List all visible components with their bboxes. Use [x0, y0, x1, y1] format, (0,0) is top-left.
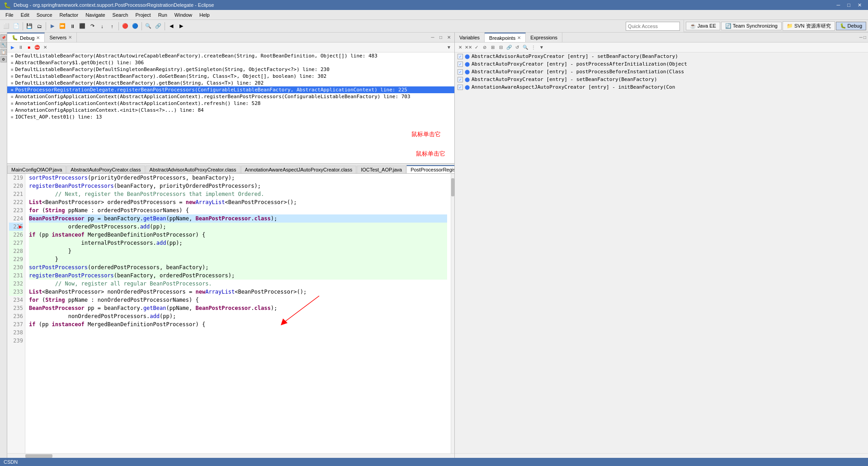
menu-edit[interactable]: Edit [17, 10, 33, 19]
code-hscroll-thumb[interactable] [25, 454, 52, 458]
toolbar-stepout[interactable]: ↑ [108, 22, 117, 31]
stack-frame-0[interactable]: ≡ DefaultListableBeanFactory(AbstractAut… [7, 52, 454, 59]
toolbar-debug[interactable]: ▶ [48, 22, 57, 31]
toolbar-ref[interactable]: 🔗 [154, 22, 163, 31]
editor-tab-0[interactable]: MainConfigOfAOP.java [7, 166, 66, 173]
editor-tab-2[interactable]: AbstractAdvisorAutoProxyCreator.class [146, 166, 241, 173]
bp-check-0[interactable]: ✓ [458, 54, 463, 59]
maximize-button[interactable]: □ [844, 1, 853, 9]
code-hscroll[interactable] [7, 453, 454, 458]
toolbar-suspend[interactable]: ⏸ [68, 22, 77, 31]
side-icon-2[interactable]: 🔧 [0, 42, 7, 48]
tab-debug[interactable]: 🐛 Debug ✕ [7, 33, 45, 42]
stack-frame-6[interactable]: ≡ AnnotationConfigApplicationContext(Abs… [7, 93, 454, 100]
stack-frame-1[interactable]: ≡ AbstractBeanFactory$1.getObject() line… [7, 59, 454, 66]
perspective-debug[interactable]: 🐛 Debug [836, 22, 866, 30]
toolbar-resume[interactable]: ⏩ [58, 22, 67, 31]
side-icon-1[interactable]: 📌 [0, 34, 7, 41]
editor-tab-3[interactable]: AnnotationAwareAspectJAutoProxyCreator.c… [241, 166, 357, 173]
view-options[interactable]: ▼ [445, 44, 453, 51]
menu-navigate[interactable]: Navigate [82, 10, 108, 19]
bp-remove-btn[interactable]: ✕ [457, 44, 464, 51]
toolbar-save[interactable]: 💾 [25, 22, 34, 31]
debug-panel-maximize[interactable]: □ [437, 34, 444, 41]
bp-link-btn[interactable]: 🔗 [505, 44, 513, 51]
bp-entry-2[interactable]: ✓ ⬤ AbstractAutoProxyCreator [entry] - p… [455, 68, 868, 76]
bp-check-3[interactable]: ✓ [458, 77, 463, 82]
toolbar-search[interactable]: 🔍 [144, 22, 153, 31]
stack-frame-2[interactable]: ≡ DefaultListableBeanFactory(DefaultSing… [7, 66, 454, 73]
stack-frame-9[interactable]: ≡ IOCTest_AOP.test01() line: 13 [7, 114, 454, 120]
toolbar-stepinto[interactable]: ↓ [98, 22, 107, 31]
editor-tab-5[interactable]: PostProcessorRegistrationDelegate.class … [406, 165, 454, 173]
tab-variables[interactable]: Variables [455, 33, 485, 42]
breakpoints-tab-close[interactable]: ✕ [517, 35, 521, 40]
toolbar-bp[interactable]: 🔴 [121, 22, 130, 31]
quick-access-input[interactable] [626, 22, 680, 31]
bp-expand-btn[interactable]: ⊟ [497, 44, 505, 51]
bp-sync-btn[interactable]: ↺ [514, 44, 521, 51]
minimize-button[interactable]: ─ [834, 1, 843, 9]
side-icon-3[interactable]: 📋 [0, 49, 7, 55]
menu-refactor[interactable]: Refactor [56, 10, 82, 19]
toolbar-btn-1[interactable]: ⬜ [2, 22, 11, 31]
menu-source[interactable]: Source [33, 10, 56, 19]
bp-check-2[interactable]: ✓ [458, 69, 463, 75]
bp-entry-0[interactable]: ✓ ⬤ AbstractAdvisorAutoProxyCreator [ent… [455, 52, 868, 60]
menu-run[interactable]: Run [155, 10, 171, 19]
code-vscroll[interactable] [451, 174, 454, 453]
menu-search[interactable]: Search [109, 10, 132, 19]
right-panel-minimize[interactable]: ─ [859, 35, 863, 40]
toolbar-stepover[interactable]: ↷ [88, 22, 97, 31]
right-panel-maximize[interactable]: □ [863, 35, 866, 40]
perspective-svn[interactable]: 📁 SVN 资源库研究 [783, 21, 835, 31]
bp-collapse-btn[interactable]: ⊞ [489, 44, 496, 51]
bp-entry-4[interactable]: ✓ ⬤ AnnotationAwareAspectJAutoProxyCreat… [455, 83, 868, 91]
bp-removeall-btn[interactable]: ✕✕ [465, 44, 472, 51]
bp-menu-btn[interactable]: ▼ [538, 44, 545, 51]
editor-tab-4[interactable]: IOCTest_AOP.java [357, 166, 406, 173]
menu-window[interactable]: Window [171, 10, 196, 19]
title-bar-controls[interactable]: ─ □ ✕ [834, 1, 864, 9]
menu-help[interactable]: Help [196, 10, 213, 19]
stack-frame-4[interactable]: ≡ DefaultListableBeanFactory(AbstractBea… [7, 80, 454, 86]
bp-check-4[interactable]: ✓ [458, 85, 463, 90]
remove-btn[interactable]: ✕ [42, 44, 49, 51]
bp-disable-btn[interactable]: ⊘ [481, 44, 488, 51]
suspend-btn[interactable]: ⏸ [17, 44, 24, 51]
close-button[interactable]: ✕ [855, 1, 864, 9]
code-content[interactable]: sortPostProcessors(priorityOrderedPostPr… [25, 174, 451, 453]
bp-entry-3[interactable]: ✓ ⬤ AbstractAutoProxyCreator [entry] - s… [455, 76, 868, 83]
bp-entry-1[interactable]: ✓ ⬤ AbstractAutoProxyCreator [entry] - p… [455, 60, 868, 68]
toolbar-save-all[interactable]: 🗂 [35, 22, 44, 31]
perspective-team-sync[interactable]: 🔄 Team Synchronizing [721, 22, 782, 30]
bp-search-btn[interactable]: 🔍 [522, 44, 529, 51]
bp-check-1[interactable]: ✓ [458, 62, 463, 67]
tab-servers[interactable]: Servers ✕ [45, 33, 77, 42]
servers-tab-close[interactable]: ✕ [68, 35, 72, 40]
stack-frame-5[interactable]: ≡ PostProcessorRegistrationDelegate.regi… [7, 86, 454, 93]
toolbar-stop[interactable]: ⬛ [78, 22, 87, 31]
editor-tab-1[interactable]: AbstractAutoProxyCreator.class [66, 166, 145, 173]
menu-file[interactable]: File [2, 10, 17, 19]
bp-more-btn[interactable]: ⋮ [530, 44, 537, 51]
toolbar-prev[interactable]: ◀ [167, 22, 176, 31]
side-icon-4[interactable]: ⚙ [0, 56, 7, 62]
debug-panel-close[interactable]: ✕ [445, 34, 453, 41]
toolbar-bp2[interactable]: 🔵 [131, 22, 140, 31]
terminate-btn[interactable]: ■ [25, 44, 33, 51]
menu-project[interactable]: Project [132, 10, 154, 19]
disconnect-btn[interactable]: ⛔ [33, 44, 41, 51]
stack-frame-7[interactable]: ≡ AnnotationConfigApplicationContext(Abs… [7, 100, 454, 107]
tab-breakpoints[interactable]: Breakpoints ✕ [485, 33, 526, 42]
resume-btn[interactable]: ▶ [9, 44, 16, 51]
bp-enable-btn[interactable]: ✓ [473, 44, 480, 51]
code-vscroll-thumb[interactable] [451, 178, 454, 196]
stack-frame-8[interactable]: ≡ AnnotationConfigApplicationContext.<in… [7, 107, 454, 114]
debug-tab-close[interactable]: ✕ [36, 35, 40, 40]
debug-panel-minimize[interactable]: ─ [429, 34, 436, 41]
tab-expressions[interactable]: Expressions [526, 33, 562, 42]
perspective-java-ee[interactable]: ☕ Java EE [686, 22, 720, 30]
toolbar-btn-2[interactable]: 📄 [12, 22, 21, 31]
right-hscroll[interactable] [455, 453, 868, 458]
